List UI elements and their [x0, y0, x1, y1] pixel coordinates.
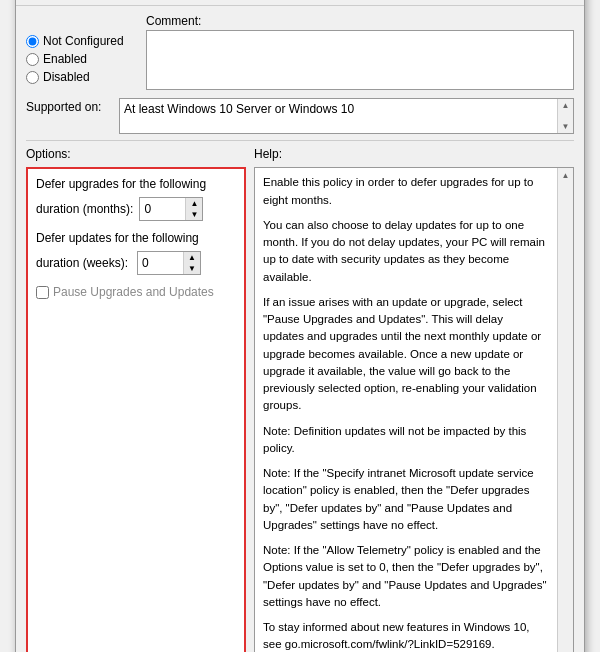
help-para-2: If an issue arises with an update or upg…	[263, 294, 547, 415]
supported-value: At least Windows 10 Server or Windows 10	[124, 102, 354, 116]
options-title: Options:	[26, 147, 246, 161]
duration-weeks-label: duration (weeks):	[36, 256, 131, 270]
pause-label: Pause Upgrades and Updates	[53, 285, 214, 299]
duration-weeks-up[interactable]: ▲	[184, 252, 200, 263]
duration-months-down[interactable]: ▼	[186, 209, 202, 220]
help-content: Enable this policy in order to defer upg…	[263, 174, 565, 652]
comment-section: Comment:	[146, 14, 574, 90]
radio-group: Not Configured Enabled Disabled	[26, 14, 136, 90]
supported-scrollbar: ▲ ▼	[557, 99, 573, 133]
defer-upgrades-title: Defer upgrades for the following	[36, 177, 236, 191]
duration-weeks-row: duration (weeks): ▲ ▼	[36, 251, 236, 275]
supported-box: At least Windows 10 Server or Windows 10…	[119, 98, 574, 134]
help-para-3: Note: Definition updates will not be imp…	[263, 423, 547, 458]
main-window: Defer Upgrades and Updates — □ ✕ Defer U…	[15, 0, 585, 652]
help-para-5: Note: If the "Allow Telemetry" policy is…	[263, 542, 547, 611]
supported-row: Supported on: At least Windows 10 Server…	[16, 98, 584, 140]
duration-weeks-spinner: ▲ ▼	[137, 251, 201, 275]
help-title: Help:	[254, 147, 574, 161]
duration-months-spinner: ▲ ▼	[139, 197, 203, 221]
scroll-down-arrow[interactable]: ▼	[560, 120, 572, 133]
options-panel: Options: Defer upgrades for the followin…	[26, 147, 246, 652]
radio-disabled[interactable]: Disabled	[26, 70, 136, 84]
defer-updates-title: Defer updates for the following	[36, 231, 236, 245]
help-panel: Help: Enable this policy in order to def…	[254, 147, 574, 652]
help-para-1: You can also choose to delay updates for…	[263, 217, 547, 286]
help-para-0: Enable this policy in order to defer upg…	[263, 174, 547, 209]
radio-not-configured[interactable]: Not Configured	[26, 34, 136, 48]
help-para-6: To stay informed about new features in W…	[263, 619, 547, 652]
duration-months-input[interactable]	[140, 198, 185, 220]
help-box: Enable this policy in order to defer upg…	[254, 167, 574, 652]
pause-checkbox[interactable]	[36, 286, 49, 299]
duration-months-up[interactable]: ▲	[186, 198, 202, 209]
help-para-4: Note: If the "Specify intranet Microsoft…	[263, 465, 547, 534]
scroll-up-arrow[interactable]: ▲	[560, 99, 572, 112]
disabled-label: Disabled	[43, 70, 90, 84]
help-scroll-up[interactable]: ▲	[560, 168, 572, 184]
bottom-section: Options: Defer upgrades for the followin…	[16, 141, 584, 652]
enabled-label: Enabled	[43, 52, 87, 66]
pause-checkbox-row[interactable]: Pause Upgrades and Updates	[36, 285, 236, 299]
duration-months-arrows: ▲ ▼	[185, 198, 202, 220]
duration-weeks-arrows: ▲ ▼	[183, 252, 200, 274]
supported-label: Supported on:	[26, 98, 111, 114]
comment-label: Comment:	[146, 14, 574, 28]
comment-textarea[interactable]	[146, 30, 574, 90]
help-scrollbar: ▲ ▼	[557, 168, 573, 652]
duration-weeks-down[interactable]: ▼	[184, 263, 200, 274]
duration-months-label: duration (months):	[36, 202, 133, 216]
options-box: Defer upgrades for the following duratio…	[26, 167, 246, 652]
duration-weeks-input[interactable]	[138, 252, 183, 274]
top-section: Not Configured Enabled Disabled Comment:	[16, 6, 584, 98]
not-configured-label: Not Configured	[43, 34, 124, 48]
radio-enabled[interactable]: Enabled	[26, 52, 136, 66]
duration-months-row: duration (months): ▲ ▼	[36, 197, 236, 221]
